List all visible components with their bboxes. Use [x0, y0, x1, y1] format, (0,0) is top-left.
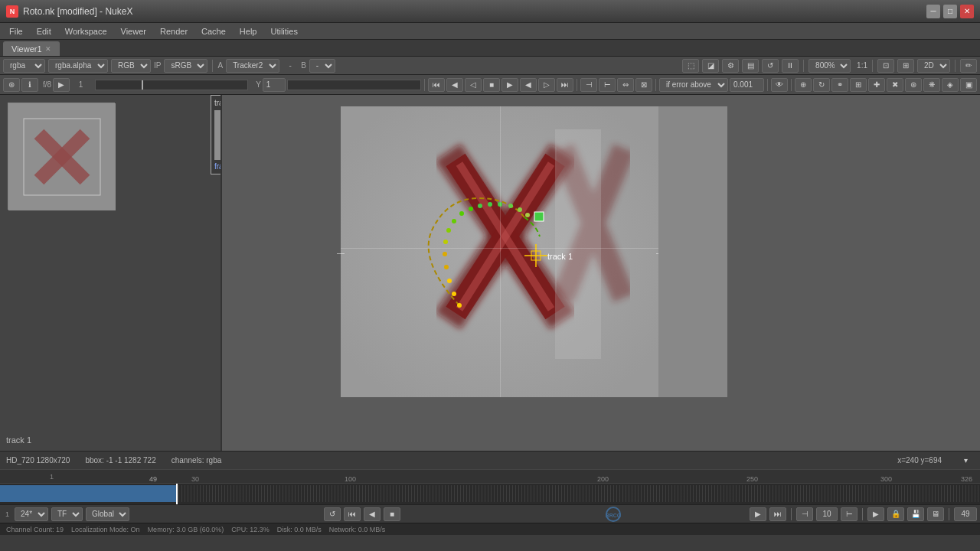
track-popup-title: track 1	[214, 99, 222, 107]
y-input[interactable]: 1	[263, 78, 286, 92]
menu-bar: File Edit Workspace Viewer Render Cache …	[0, 23, 980, 40]
paint-icon[interactable]: ✏	[960, 59, 977, 73]
tf-select[interactable]: TF	[51, 507, 83, 521]
frame-step-input[interactable]	[816, 507, 838, 521]
add-point-icon[interactable]: ✚	[868, 78, 885, 92]
disk-icon[interactable]: 💾	[907, 507, 924, 521]
menu-render[interactable]: Render	[154, 25, 194, 37]
grid-icon[interactable]: ⊞	[850, 78, 867, 92]
play-btn[interactable]: ▶	[53, 78, 70, 92]
step-fwd-btn[interactable]: ⊢	[841, 507, 858, 521]
step-prev-btn[interactable]: ⊣	[796, 507, 813, 521]
fps-select[interactable]: 24* 25 30	[15, 507, 48, 521]
lock-icon[interactable]: 🔒	[887, 507, 904, 521]
zoom-select[interactable]: 800% 100% 50%	[808, 59, 851, 73]
memory-info: Memory: 3.0 GB (60.0%)	[148, 526, 224, 533]
extra-icon3[interactable]: ◈	[942, 78, 959, 92]
separator10	[791, 508, 792, 520]
fit-icon[interactable]: ⊡	[877, 59, 894, 73]
maximize-button[interactable]: □	[943, 5, 957, 18]
jump-start-btn[interactable]: ⏮	[428, 78, 445, 92]
frame49-label: 49	[149, 475, 157, 483]
channels-info: channels: rgba	[172, 456, 222, 465]
error-select[interactable]: if error above	[659, 78, 728, 92]
window-title: Roto.nk [modified] - NukeX	[23, 6, 926, 17]
alpha-select[interactable]: rgba.alpha	[48, 59, 108, 73]
wipe-icon[interactable]: ◪	[702, 59, 719, 73]
refresh-icon[interactable]: ↺	[762, 59, 779, 73]
tracker-select[interactable]: Tracker2	[226, 59, 279, 73]
link-icon[interactable]: ⚭	[831, 78, 848, 92]
separator12	[949, 508, 949, 520]
out-point-btn[interactable]: ⊢	[599, 78, 616, 92]
view-select[interactable]: 2D 3D	[917, 59, 950, 73]
color-select[interactable]: RGB	[111, 59, 151, 73]
menu-cache[interactable]: Cache	[195, 25, 232, 37]
tab-viewer1-close[interactable]: ✕	[45, 45, 51, 53]
channel-icon[interactable]: ⊛	[3, 78, 20, 92]
play-btn2[interactable]: ▶	[867, 507, 884, 521]
prev-key-btn[interactable]: ◁	[465, 78, 482, 92]
play-fwd-btn[interactable]: ▶	[501, 78, 518, 92]
region-icon[interactable]: ⬚	[682, 59, 699, 73]
bbox-info: bbox: -1 -1 1282 722	[85, 456, 155, 465]
menu-utilities[interactable]: Utilities	[264, 25, 303, 37]
extra-icon4[interactable]: ▣	[960, 78, 977, 92]
menu-workspace[interactable]: Workspace	[59, 25, 113, 37]
tab-viewer1[interactable]: Viewer1 ✕	[3, 41, 60, 56]
prev-frame-btn[interactable]: ◀	[446, 78, 463, 92]
global-select[interactable]: Global	[86, 507, 129, 521]
end-frame-input[interactable]	[954, 507, 977, 521]
crop-btn[interactable]: ⊠	[635, 78, 652, 92]
frame-scrubber-full[interactable]	[287, 80, 421, 90]
stop-btn[interactable]: ■	[483, 78, 500, 92]
main-area: track 1 frame 43 track 1	[0, 95, 980, 451]
range-btn[interactable]: ⇔	[617, 78, 634, 92]
menu-help[interactable]: Help	[234, 25, 263, 37]
settings-icon[interactable]: ⚙	[722, 59, 739, 73]
stop-btn2[interactable]: ■	[384, 507, 400, 521]
ip-select[interactable]: sRGB	[164, 59, 207, 73]
fwd-btn2[interactable]: ▶	[750, 507, 766, 521]
transform-icon[interactable]: ⊕	[795, 78, 812, 92]
monitor-icon[interactable]: 🖥	[927, 507, 944, 521]
svg-point-26	[447, 279, 452, 283]
remove-point-icon[interactable]: ✖	[887, 78, 903, 92]
rotate-icon[interactable]: ↻	[813, 78, 830, 92]
svg-text:RRCG: RRCG	[606, 513, 622, 518]
extra-icon2[interactable]: ❋	[923, 78, 940, 92]
jump-end-btn2[interactable]: ⏭	[769, 507, 786, 521]
jump-end-btn[interactable]: ⏭	[557, 78, 573, 92]
menu-viewer[interactable]: Viewer	[115, 25, 152, 37]
separator6	[577, 79, 577, 91]
frame100-label: 100	[345, 475, 356, 483]
b-select[interactable]: -	[309, 59, 335, 73]
info-icon[interactable]: ℹ	[21, 78, 38, 92]
extra-icon1[interactable]: ⊛	[905, 78, 922, 92]
close-button[interactable]: ✕	[960, 5, 974, 18]
scrubber-bar[interactable]	[95, 80, 248, 90]
prev-btn2[interactable]: ⏮	[344, 507, 361, 521]
menu-edit[interactable]: Edit	[31, 25, 57, 37]
cache-icon[interactable]: ▤	[742, 59, 759, 73]
pause-icon[interactable]: ⏸	[782, 59, 799, 73]
resolution-info: HD_720 980x551	[6, 456, 70, 465]
loop-btn[interactable]: ↺	[324, 507, 341, 521]
timeline-ruler[interactable]: 1 49 30 100 200 250 300 326	[0, 470, 980, 484]
separator11	[862, 508, 863, 520]
error-value-input[interactable]	[730, 78, 764, 92]
next-key-btn[interactable]: ▷	[538, 78, 555, 92]
svg-rect-19	[534, 212, 544, 221]
viewport[interactable]: track 1	[222, 95, 980, 451]
minimize-button[interactable]: ─	[926, 5, 940, 18]
timeline-track[interactable]	[0, 484, 980, 504]
channel-select[interactable]: rgba rgb alpha	[3, 59, 45, 73]
menu-file[interactable]: File	[3, 25, 29, 37]
status-dropdown[interactable]: ▾	[957, 454, 974, 468]
eye-icon[interactable]: 👁	[771, 78, 788, 92]
play-bwd-btn[interactable]: ◀	[520, 78, 537, 92]
zoom-fit-icon[interactable]: ⊞	[897, 59, 914, 73]
svg-point-31	[452, 219, 456, 223]
in-point-btn[interactable]: ⊣	[580, 78, 597, 92]
back-btn2[interactable]: ◀	[364, 507, 381, 521]
